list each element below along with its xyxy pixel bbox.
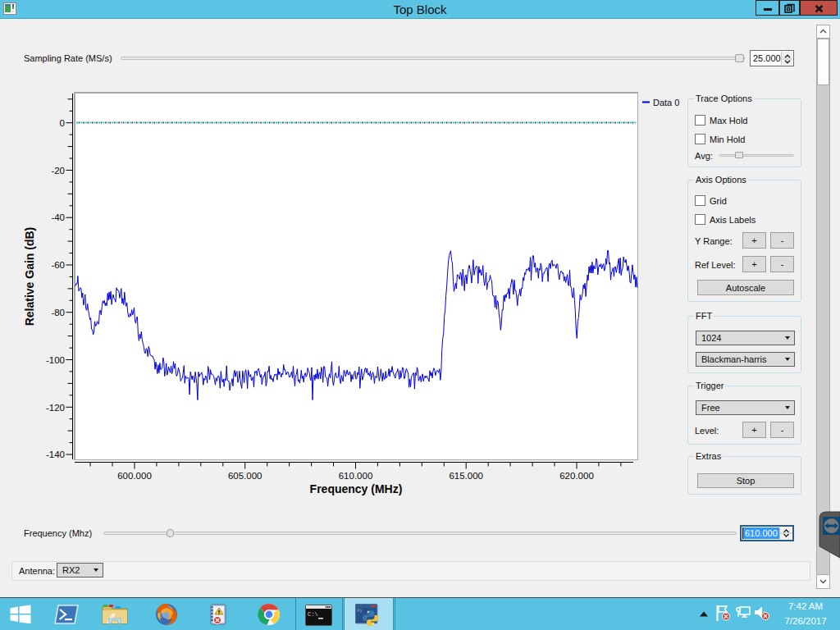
svg-text:-100: -100 [46, 355, 65, 365]
svg-text:Data 0: Data 0 [653, 98, 679, 107]
svg-text:Py: Py [358, 609, 363, 614]
svg-text:Relative Gain (dB): Relative Gain (dB) [23, 227, 36, 326]
svg-text:605.000: 605.000 [228, 471, 262, 481]
svg-text:C:\: C:\ [308, 611, 318, 618]
svg-text:-40: -40 [51, 212, 65, 222]
svg-text:-140: -140 [46, 450, 65, 459]
svg-text:-120: -120 [46, 403, 65, 413]
svg-text:620.000: 620.000 [559, 471, 594, 481]
svg-text:0: 0 [60, 118, 65, 128]
svg-text:610.000: 610.000 [339, 471, 373, 481]
svg-text:-20: -20 [51, 166, 65, 176]
svg-text:-60: -60 [51, 260, 65, 270]
svg-text:600.000: 600.000 [117, 471, 152, 481]
svg-text:Frequency (MHz): Frequency (MHz) [310, 482, 403, 495]
svg-text:-80: -80 [51, 308, 65, 317]
svg-text:615.000: 615.000 [449, 471, 483, 481]
